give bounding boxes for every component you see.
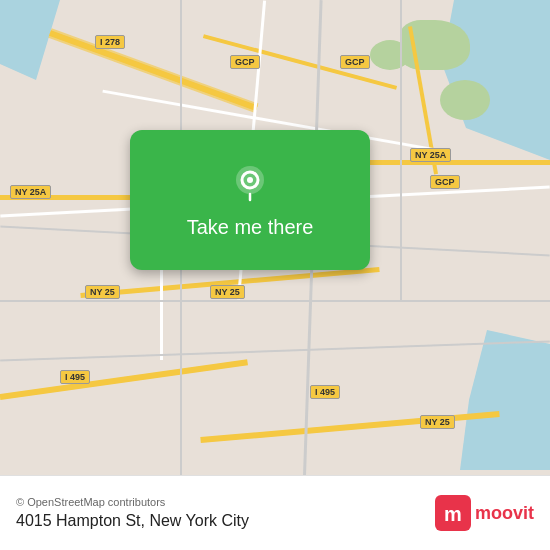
moovit-logo: m moovit: [435, 495, 534, 531]
road-label-i495-right: I 495: [310, 385, 340, 399]
road-label-gcp3: GCP: [430, 175, 460, 189]
road-label-ny25-left: NY 25: [85, 285, 120, 299]
address-label: 4015 Hampton St, New York City: [16, 512, 249, 530]
road-sm-9: [180, 0, 182, 550]
road-sm-6: [0, 300, 550, 302]
svg-text:m: m: [444, 503, 462, 525]
green-area-2: [440, 80, 490, 120]
road-label-i278: I 278: [95, 35, 125, 49]
road-label-ny25a-right: NY 25A: [410, 148, 451, 162]
map-attribution: © OpenStreetMap contributors: [16, 496, 249, 508]
road-label-ny25-bottom: NY 25: [420, 415, 455, 429]
svg-point-2: [247, 177, 253, 183]
moovit-text: moovit: [475, 503, 534, 524]
moovit-logo-icon: m: [435, 495, 471, 531]
map-container: I 278GCPGCPGCPNY 25ANY 25ANY 25NY 25I 49…: [0, 0, 550, 550]
green-area-3: [370, 40, 410, 70]
road-label-ny25a-left: NY 25A: [10, 185, 51, 199]
road-label-gcp2: GCP: [340, 55, 370, 69]
road-label-i495-left: I 495: [60, 370, 90, 384]
road-label-gcp1: GCP: [230, 55, 260, 69]
bottom-bar: © OpenStreetMap contributors 4015 Hampto…: [0, 475, 550, 550]
take-me-there-button[interactable]: Take me there: [187, 216, 314, 239]
location-pin-icon: [228, 162, 272, 206]
bottom-left-info: © OpenStreetMap contributors 4015 Hampto…: [16, 496, 249, 530]
road-label-ny25-mid: NY 25: [210, 285, 245, 299]
take-me-there-card[interactable]: Take me there: [130, 130, 370, 270]
road-sm-10: [400, 0, 402, 300]
